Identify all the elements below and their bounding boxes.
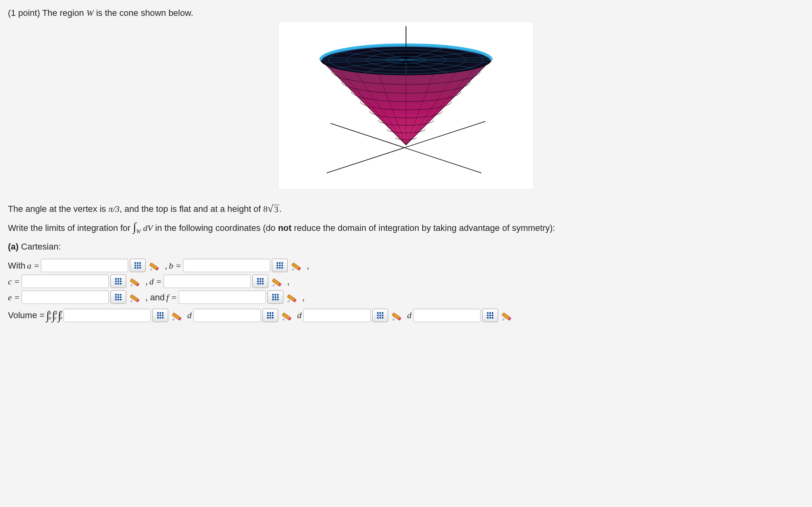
intro-part-b: is the cone shown below. [94, 8, 193, 18]
input-d[interactable] [164, 275, 251, 288]
integral-middle: ∫dc [52, 306, 57, 324]
dv-text: dV [141, 223, 153, 233]
edit-button-dvar2[interactable] [390, 309, 406, 322]
sqrt-argument: 3 [273, 205, 279, 214]
desc-part1: The angle at the vertex is [8, 204, 108, 214]
cone-svg [279, 22, 533, 189]
vertex-angle: π/3 [108, 204, 119, 214]
height-coeff: 8 [263, 204, 267, 214]
pencil-icon [289, 259, 305, 272]
edit-button-dvar3[interactable] [500, 309, 516, 322]
keypad-button-b[interactable] [272, 259, 288, 272]
integral-symbol: ∫W [133, 221, 141, 233]
keypad-icon [257, 278, 264, 284]
intro-part-a: The region [42, 8, 86, 18]
svg-marker-33 [272, 284, 275, 286]
keypad-button-f[interactable] [267, 290, 283, 304]
input-e[interactable] [21, 290, 109, 304]
instr-part1: Write the limits of integration for [8, 223, 133, 233]
desc-part3: . [279, 204, 282, 214]
svg-marker-24 [150, 268, 152, 271]
e-label: e = [8, 291, 20, 304]
edit-button-dvar1[interactable] [280, 309, 296, 322]
inner-lo: e [60, 315, 63, 320]
desc-part2: , and the top is flat and at a height of [119, 204, 263, 214]
row-cd: c = , d = , [8, 275, 804, 288]
edit-button-e[interactable] [128, 290, 144, 304]
pencil-icon [390, 309, 406, 322]
row-volume: Volume = ∫ba ∫dc ∫fe d d d [8, 306, 804, 324]
c-label: c = [8, 275, 20, 288]
edit-button-b[interactable] [289, 259, 305, 272]
d-label-2: d [297, 309, 302, 322]
part-a-label: (a) [8, 242, 19, 252]
cone-figure [279, 22, 533, 189]
input-integrand[interactable] [63, 309, 151, 322]
keypad-icon [157, 312, 164, 319]
d-label: d = [149, 275, 162, 288]
row-ab: With a = , b = , [8, 259, 804, 272]
comma-d-trail: , [287, 275, 290, 288]
a-label: a = [27, 259, 39, 272]
points-label: (1 point) [8, 8, 42, 18]
radical-icon: √ [267, 205, 273, 213]
input-b[interactable] [183, 259, 270, 272]
keypad-button-e[interactable] [110, 290, 126, 304]
input-dvar2[interactable] [303, 309, 371, 322]
integral-outer: ∫ba [46, 306, 51, 324]
cone-description: The angle at the vertex is π/3, and the … [8, 202, 804, 215]
keypad-icon [377, 312, 383, 319]
svg-marker-51 [502, 318, 504, 321]
keypad-button-integrand[interactable] [152, 309, 168, 322]
part-a-header: (a) Cartesian: [8, 240, 804, 253]
edit-button-integrand[interactable] [170, 309, 186, 322]
f-label: f = [166, 291, 177, 304]
keypad-icon [487, 312, 493, 319]
keypad-button-dvar3[interactable] [482, 309, 498, 322]
comma-ab: , [165, 259, 167, 272]
instruction: Write the limits of integration for ∫W d… [8, 221, 804, 234]
pencil-icon [280, 309, 296, 322]
d-label-1: d [187, 309, 192, 322]
comma-b-trail: , [307, 259, 309, 272]
svg-marker-30 [130, 284, 133, 286]
svg-marker-39 [287, 300, 290, 302]
part-a-title: Cartesian: [19, 242, 61, 252]
keypad-button-dvar1[interactable] [262, 309, 278, 322]
mid-lo: c [54, 315, 57, 320]
keypad-icon [135, 262, 141, 269]
keypad-button-d[interactable] [252, 275, 268, 288]
keypad-button-a[interactable] [130, 259, 146, 272]
input-a[interactable] [41, 259, 128, 272]
outer-lo: a [49, 315, 52, 320]
edit-button-c[interactable] [128, 275, 144, 288]
not-emphasis: not [278, 223, 291, 233]
edit-button-a[interactable] [147, 259, 163, 272]
keypad-icon [267, 312, 273, 319]
instr-part2: in the following coordinates (do [153, 223, 278, 233]
edit-button-d[interactable] [270, 275, 286, 288]
edit-button-f[interactable] [285, 290, 301, 304]
instr-part3: reduce the domain of integration by taki… [292, 223, 555, 233]
b-label: b = [169, 259, 181, 272]
input-f[interactable] [179, 290, 266, 304]
row-ef: e = , and f = , [8, 290, 804, 304]
svg-marker-45 [282, 318, 285, 321]
input-dvar3[interactable] [413, 309, 481, 322]
input-c[interactable] [21, 275, 109, 288]
with-label: With [8, 259, 25, 272]
input-dvar1[interactable] [193, 309, 261, 322]
keypad-button-c[interactable] [110, 275, 126, 288]
d-label-3: d [407, 309, 412, 322]
integral-inner: ∫fe [58, 306, 63, 324]
keypad-icon [115, 294, 121, 300]
comma-f-trail: , [302, 291, 305, 304]
pencil-icon [128, 275, 144, 288]
keypad-button-dvar2[interactable] [372, 309, 388, 322]
svg-marker-27 [292, 268, 294, 271]
keypad-icon [272, 294, 279, 300]
keypad-icon [115, 278, 121, 284]
pencil-icon [147, 259, 163, 272]
pencil-icon [500, 309, 516, 322]
region-variable: W [87, 8, 94, 18]
